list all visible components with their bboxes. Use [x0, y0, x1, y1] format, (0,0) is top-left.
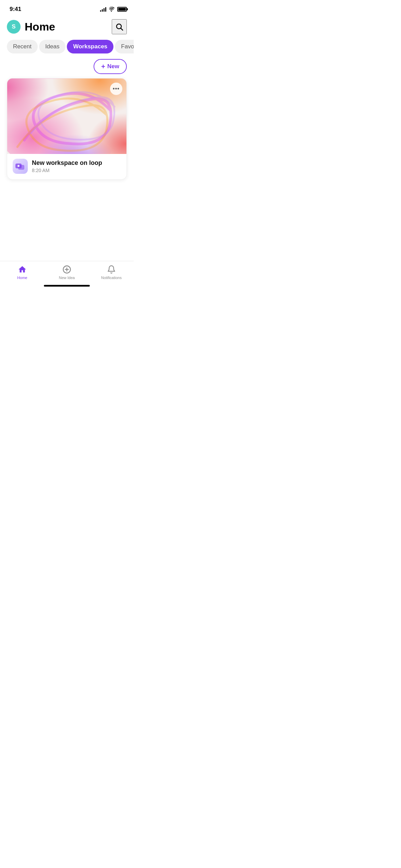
- search-button[interactable]: [112, 19, 127, 34]
- nav-label-notifications: Notifications: [101, 276, 122, 280]
- new-button-label: New: [107, 63, 119, 70]
- card-text: New workspace on loop 8:20 AM: [32, 159, 121, 173]
- tabs: Recent Ideas Workspaces Favourites: [0, 40, 134, 53]
- card-image: •••: [7, 79, 126, 154]
- workspace-card[interactable]: ••• New workspace on loop 8:20 AM: [7, 78, 127, 180]
- avatar[interactable]: S: [7, 20, 21, 34]
- battery-icon: [117, 7, 127, 12]
- page-title: Home: [25, 21, 55, 33]
- header: S Home: [0, 16, 134, 40]
- status-bar: 9:41: [0, 0, 134, 16]
- more-dots-icon: •••: [113, 86, 120, 92]
- new-idea-icon: [62, 265, 72, 274]
- svg-line-1: [121, 28, 123, 31]
- new-button[interactable]: + New: [94, 59, 127, 74]
- svg-point-10: [17, 165, 20, 167]
- nav-label-new-idea: New Idea: [59, 276, 75, 280]
- status-time: 9:41: [10, 6, 21, 13]
- home-icon: [17, 265, 27, 274]
- card-image-art: [7, 79, 126, 154]
- signal-icon: [100, 7, 106, 12]
- new-button-container: + New: [0, 53, 134, 78]
- tab-favourites[interactable]: Favourites: [115, 40, 134, 53]
- nav-item-new-idea[interactable]: New Idea: [45, 265, 89, 280]
- wifi-icon: [108, 7, 114, 12]
- card-title: New workspace on loop: [32, 159, 121, 167]
- nav-item-home[interactable]: Home: [0, 265, 45, 280]
- notifications-icon: [107, 265, 116, 274]
- home-indicator: [44, 285, 90, 287]
- more-options-button[interactable]: •••: [110, 83, 122, 95]
- status-icons: [100, 7, 127, 12]
- workspace-icon: [13, 159, 28, 174]
- plus-icon: +: [101, 63, 105, 70]
- tab-workspaces[interactable]: Workspaces: [67, 40, 113, 53]
- tab-ideas[interactable]: Ideas: [39, 40, 66, 53]
- swirl-art: [7, 79, 126, 154]
- tab-recent[interactable]: Recent: [7, 40, 38, 53]
- nav-item-notifications[interactable]: Notifications: [89, 265, 134, 280]
- nav-items: Home New Idea Notifications: [0, 265, 134, 280]
- bottom-nav: Home New Idea Notifications: [0, 261, 134, 289]
- nav-label-home: Home: [17, 276, 27, 280]
- search-icon: [115, 23, 123, 31]
- card-info: New workspace on loop 8:20 AM: [7, 154, 126, 179]
- card-time: 8:20 AM: [32, 168, 121, 173]
- workspace-loop-icon: [15, 161, 26, 172]
- header-left: S Home: [7, 20, 55, 34]
- card-container: ••• New workspace on loop 8:20 AM: [0, 78, 134, 180]
